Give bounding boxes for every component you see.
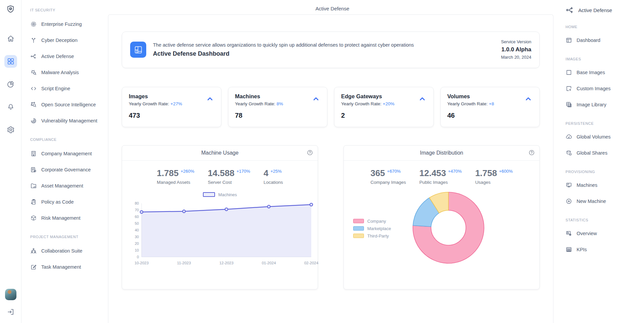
stat-value: 78: [235, 112, 321, 119]
svg-text:20: 20: [135, 241, 139, 246]
legend-label: Third-Party: [367, 233, 389, 238]
user-avatar[interactable]: [5, 289, 16, 300]
collapse-chevron-up-icon[interactable]: [417, 95, 427, 103]
section-title: IT SECURITY: [30, 8, 103, 12]
chart-stat: 365+670%Company Images: [370, 168, 406, 185]
logout-button[interactable]: [4, 306, 17, 318]
sidebar-item-global-shares[interactable]: Global Shares: [566, 145, 641, 161]
sidebar-item-label: Custom Images: [577, 86, 611, 91]
sidebar-item-corporate-governance[interactable]: Corporate Governance: [30, 162, 103, 178]
collapse-chevron-up-icon[interactable]: [311, 95, 321, 103]
help-icon[interactable]: [306, 149, 314, 157]
sidebar-item-label: Malware Analysis: [41, 70, 79, 75]
custom-icon: [566, 85, 572, 92]
rail-grid-button[interactable]: [4, 55, 17, 68]
chevron-up-icon: [418, 95, 427, 103]
gear-icon: [7, 126, 15, 134]
sidebar-item-label: Image Library: [577, 102, 606, 107]
donut-legend-item[interactable]: Third-Party: [353, 233, 391, 238]
app-logo[interactable]: [4, 3, 17, 15]
chart-stat-value: 14.588: [208, 168, 234, 178]
service-banner: The active defense service allows organi…: [122, 32, 540, 68]
sidebar-item-base-images[interactable]: Base Images: [566, 64, 641, 80]
stat-value: 473: [129, 112, 214, 119]
sidebar-item-kpis[interactable]: KPIs: [566, 241, 641, 258]
stat-growth-rate: Yearly Growth Rate: +20%: [341, 101, 427, 106]
sidebar-item-open-source-intelligence[interactable]: Open Source Intelligence: [30, 97, 103, 113]
rail-gear-button[interactable]: [4, 123, 17, 136]
stat-growth-rate: Yearly Growth Rate: +27%: [129, 101, 214, 106]
task-icon: [30, 264, 37, 270]
sidebar-item-label: New Machine: [577, 199, 606, 204]
sidebar-item-risk-management[interactable]: Risk Management: [30, 210, 103, 226]
sidebar-item-enterprise-fuzzing[interactable]: Enterprise Fuzzing: [30, 16, 103, 32]
sidebar-item-label: Script Engine: [41, 86, 70, 91]
sidebar-item-machines[interactable]: Machines: [566, 177, 641, 193]
line-legend[interactable]: Machines: [130, 192, 310, 197]
sidebar-item-label: Policy as Code: [41, 199, 74, 205]
newmachine-icon: [566, 198, 572, 205]
sidebar-item-task-management[interactable]: Task Management: [30, 259, 103, 275]
stat-card-title: Edge Gateways: [341, 93, 427, 100]
sidebar-item-script-engine[interactable]: Script Engine: [30, 80, 103, 97]
chart-stat-delta: +170%: [236, 169, 250, 174]
service-version-label: Service Version: [501, 39, 531, 45]
fuzzing-icon: [30, 21, 37, 28]
help-icon[interactable]: [528, 149, 535, 157]
stat-growth-value: +20%: [383, 101, 394, 106]
image-distribution-header: Image Distribution: [344, 146, 539, 161]
sidebar-item-company-management[interactable]: Company Management: [30, 146, 103, 162]
app-root: IT SECURITYEnterprise FuzzingCyber Decep…: [0, 0, 644, 323]
stat-card-images: ImagesYearly Growth Rate: +27%473: [122, 87, 221, 127]
sidebar-item-custom-images[interactable]: Custom Images: [566, 80, 641, 97]
section-title: PROJECT MANAGEMENT: [30, 235, 103, 239]
sidebar-item-global-volumes[interactable]: Global Volumes: [566, 129, 641, 145]
sidebar-item-vulnerability-management[interactable]: Vulnerability Management: [30, 113, 103, 129]
chart-stat-delta: +600%: [499, 169, 513, 174]
chart-stat: 1.785+260%Managed Assets: [157, 168, 194, 185]
kpis-icon: [566, 246, 572, 253]
legend-swatch: [353, 219, 364, 223]
sidebar-item-dashboard[interactable]: Dashboard: [566, 32, 641, 48]
donut-legend-item[interactable]: Marketplace: [353, 226, 391, 231]
rail-home-button[interactable]: [4, 32, 17, 45]
chart-stat-value: 4: [264, 168, 268, 178]
sidebar-item-image-library[interactable]: Image Library: [566, 97, 641, 113]
svg-text:01-2024: 01-2024: [262, 261, 276, 265]
svg-text:50: 50: [135, 221, 139, 225]
sidebar-item-new-machine[interactable]: New Machine: [566, 193, 641, 209]
sidebar-item-label: Global Volumes: [577, 134, 611, 140]
sidebar-item-malware-analysis[interactable]: Malware Analysis: [30, 64, 103, 80]
stat-card-edge-gateways: Edge GatewaysYearly Growth Rate: +20%2: [334, 87, 434, 127]
donut-legend-item[interactable]: Company: [353, 218, 391, 223]
image-distribution-donut-chart: [395, 188, 488, 269]
sidebar-item-overview[interactable]: Overview: [566, 225, 641, 241]
banner-layout-icon: [134, 45, 143, 54]
content-card: The active defense service allows organi…: [108, 14, 553, 323]
rail-pie-chart-button[interactable]: [4, 78, 17, 91]
legend-label: Company: [367, 218, 386, 223]
sidebar-item-cyber-deception[interactable]: Cyber Deception: [30, 32, 103, 48]
sidebar-item-asset-management[interactable]: Asset Management: [30, 178, 103, 194]
branch-icon: [30, 53, 37, 60]
sidebar-item-collaboration-suite[interactable]: Collaboration Suite: [30, 243, 103, 259]
malware-icon: [30, 69, 37, 76]
collapse-chevron-up-icon[interactable]: [523, 95, 533, 103]
machine-usage-header: Machine Usage: [122, 146, 318, 161]
grid-icon: [7, 57, 15, 65]
main-area: Active Defense The active defense servic…: [107, 0, 558, 323]
chart-stat-delta: +25%: [270, 169, 282, 174]
collapse-chevron-up-icon[interactable]: [205, 95, 215, 103]
section-title: PROVISIONING: [566, 170, 641, 174]
image-distribution-body: 365+670%Company Images12.453+470%Public …: [344, 161, 539, 275]
image-distribution-card: Image Distribution 365+670%Company Image…: [343, 145, 540, 289]
sidebar-item-active-defense[interactable]: Active Defense: [30, 48, 103, 64]
rail-bell-button[interactable]: [4, 101, 17, 113]
machine-usage-title: Machine Usage: [201, 150, 238, 156]
chart-stat-delta: +670%: [387, 169, 401, 174]
section-title: STATISTICS: [566, 218, 641, 222]
company-icon: [30, 150, 37, 157]
stat-growth-rate: Yearly Growth Rate: +8: [447, 101, 533, 106]
sidebar-item-policy-as-code[interactable]: Policy as Code: [30, 194, 103, 210]
sidebar-item-label: Task Management: [41, 264, 81, 270]
